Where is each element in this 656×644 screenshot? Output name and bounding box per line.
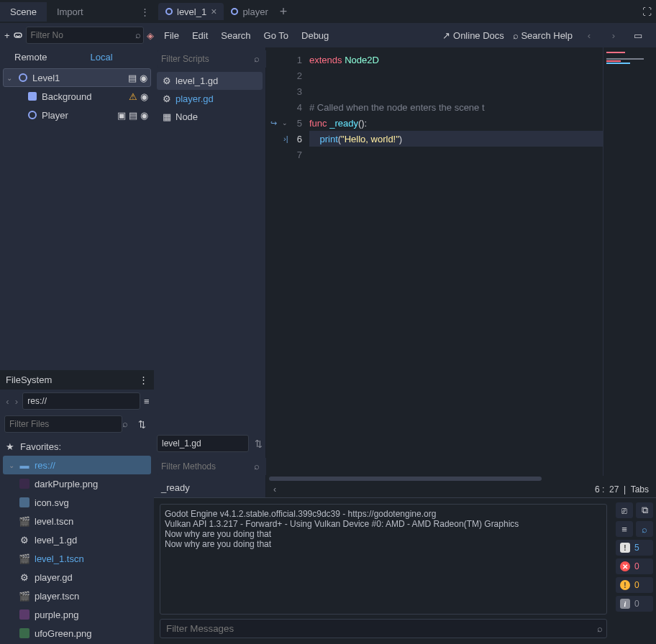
nav-back-icon[interactable]: ‹ (581, 27, 597, 43)
file-row[interactable]: darkPurple.png (0, 474, 154, 493)
scene-node-level1[interactable]: ⌄ Level1 ▤ ◉ (3, 68, 151, 87)
file-row[interactable]: 🎬level.tscn (0, 512, 154, 530)
filesystem-filter-input[interactable] (4, 415, 122, 433)
tab-import[interactable]: Import (47, 2, 94, 22)
visibility-icon[interactable]: ◉ (140, 110, 148, 121)
output-filter-input[interactable] (160, 619, 607, 638)
cursor-position[interactable]: 6 : 27 | Tabs (595, 484, 649, 494)
sort-icon[interactable]: ⇅ (255, 438, 263, 449)
scene-node-player[interactable]: Player ▣ ▤ ◉ (3, 106, 151, 124)
code-line[interactable] (309, 83, 603, 99)
fold-icon[interactable]: ⌄ (282, 119, 288, 126)
gutter-line[interactable]: 1 (266, 52, 309, 68)
editor-tab-player[interactable]: player (224, 4, 275, 20)
remote-label[interactable]: Remote (14, 52, 47, 63)
close-icon[interactable]: × (211, 6, 217, 17)
script-item-node-doc[interactable]: ▦ Node (157, 108, 263, 126)
search-help-button[interactable]: ⌕ Search Help (513, 30, 573, 41)
script-tool-icon[interactable]: ◈ (147, 27, 154, 43)
warnings-count[interactable]: ! 0 (616, 577, 653, 593)
gutter-line[interactable]: 4 (266, 99, 309, 115)
collapse-output-icon[interactable]: ≡ (616, 521, 633, 537)
code-line[interactable] (309, 147, 603, 162)
search-icon[interactable]: ⌕ (122, 418, 128, 429)
scene-instance-icon[interactable]: ▣ (117, 110, 126, 121)
gutter-line[interactable]: ›|6 (266, 131, 309, 147)
link-icon[interactable] (13, 27, 23, 43)
file-row[interactable]: 🎬player.tscn (0, 586, 154, 605)
current-script-input[interactable] (157, 435, 249, 452)
panel-toggle-icon[interactable]: ‹ (273, 484, 276, 494)
editor-tab-level1[interactable]: level_1 × (158, 3, 224, 20)
filesystem-tree: ★ Favorites: ⌄ ▬ res:// darkPurple.pngic… (0, 436, 154, 644)
dots-icon[interactable]: ⋮ (140, 6, 150, 17)
warning-icon[interactable]: ⚠ (129, 91, 137, 102)
caret-icon[interactable]: ⌄ (9, 461, 14, 469)
gutter-line[interactable]: 3 (266, 83, 309, 99)
nav-forward-icon[interactable]: › (14, 393, 20, 409)
window-icon[interactable]: ▭ (630, 27, 646, 43)
node-label: Background (42, 91, 124, 102)
sort-icon[interactable]: ⇅ (134, 416, 150, 432)
visibility-icon[interactable]: ◉ (140, 91, 148, 102)
nav-back-icon[interactable]: ‹ (4, 393, 11, 409)
split-view-icon[interactable]: ≡ (143, 393, 150, 409)
file-row[interactable]: ufoGreen.png (0, 624, 154, 643)
line-gutter[interactable]: 1234⌄↪5›|67 (266, 47, 309, 476)
expand-icon[interactable]: ⛶ (642, 6, 652, 17)
file-row[interactable]: icon.svg (0, 493, 154, 512)
output-log[interactable]: Godot Engine v4.1.2.stable.official.399c… (160, 504, 607, 615)
scene-node-background[interactable]: Background ⚠ ◉ (3, 87, 151, 106)
messages-count[interactable]: ! 5 (616, 540, 653, 556)
tab-scene[interactable]: Scene (0, 2, 47, 22)
script-icon[interactable]: ▤ (128, 73, 137, 83)
file-row[interactable]: ⚙player.gd (0, 568, 154, 586)
code-editor[interactable]: 1234⌄↪5›|67 extends Node2D# Called when … (266, 47, 656, 497)
method-ready[interactable]: _ready (161, 482, 258, 493)
add-tab-icon[interactable]: + (280, 4, 288, 19)
nav-forward-icon[interactable]: › (606, 27, 621, 43)
errors-count[interactable]: ✕ 0 (616, 558, 653, 574)
gutter-line[interactable]: 7 (266, 147, 309, 162)
path-input[interactable] (22, 392, 140, 410)
code-line[interactable] (309, 68, 603, 83)
menu-debug[interactable]: Debug (301, 30, 329, 41)
search-icon[interactable]: ⌕ (254, 53, 260, 64)
gutter-line[interactable]: 2 (266, 68, 309, 83)
add-node-icon[interactable]: + (4, 27, 10, 43)
scene-filter-input[interactable] (26, 27, 144, 44)
search-icon[interactable]: ⌕ (254, 461, 260, 472)
search-icon[interactable]: ⌕ (135, 29, 141, 40)
menu-edit[interactable]: Edit (192, 30, 208, 41)
caret-icon[interactable]: ⌄ (6, 74, 14, 82)
menu-search[interactable]: Search (221, 30, 250, 41)
file-row[interactable]: ⚙level_1.gd (0, 530, 154, 549)
info-count[interactable]: i 0 (616, 596, 653, 612)
script-label: Node (176, 111, 198, 122)
folder-root[interactable]: ⌄ ▬ res:// (3, 456, 151, 474)
file-row[interactable]: purple.png (0, 605, 154, 624)
file-row[interactable]: 🎬level_1.tscn (0, 549, 154, 568)
copy-output-icon[interactable]: ⧉ (636, 502, 653, 518)
code-line[interactable]: # Called when the node enters the scene … (309, 99, 603, 115)
menu-goto[interactable]: Go To (264, 30, 288, 41)
script-item-player[interactable]: ⚙ player.gd (157, 90, 263, 108)
search-output-icon[interactable]: ⌕ (636, 521, 653, 537)
visibility-icon[interactable]: ◉ (140, 73, 147, 83)
star-icon: ★ (4, 441, 16, 452)
script-item-level1[interactable]: ⚙ level_1.gd (157, 72, 263, 90)
online-docs-button[interactable]: ↗ Online Docs (442, 30, 504, 41)
code-line[interactable]: print("Hello, world!") (309, 131, 603, 147)
local-label[interactable]: Local (91, 52, 113, 63)
horizontal-scrollbar[interactable] (266, 476, 656, 482)
dots-icon[interactable]: ⋮ (139, 374, 148, 385)
favorites-row[interactable]: ★ Favorites: (0, 437, 154, 456)
search-icon[interactable]: ⌕ (597, 623, 603, 634)
clear-output-icon[interactable]: ⎚ (616, 502, 633, 518)
code-line[interactable]: extends Node2D (309, 52, 603, 68)
script-icon[interactable]: ▤ (129, 110, 137, 121)
code-line[interactable]: func _ready(): (309, 115, 603, 131)
gutter-line[interactable]: ⌄↪5 (266, 115, 309, 131)
menu-file[interactable]: File (164, 30, 179, 41)
minimap[interactable] (603, 47, 656, 476)
